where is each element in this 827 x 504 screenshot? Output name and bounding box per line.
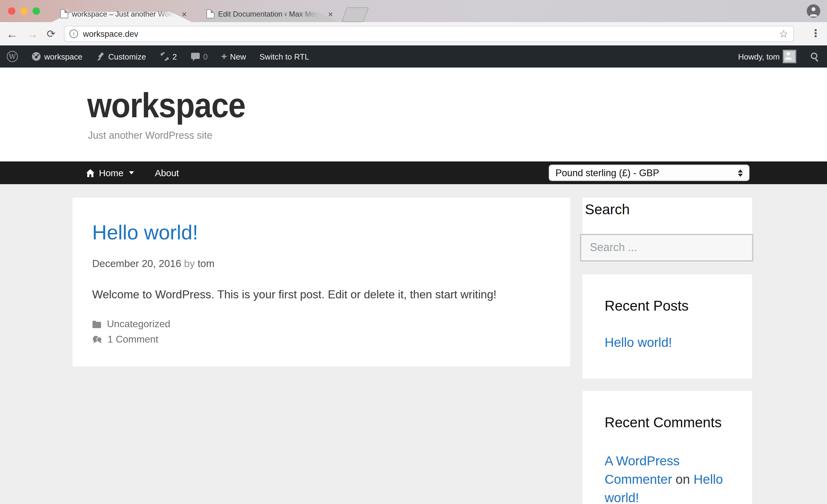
site-info-icon[interactable]: i [69,30,78,38]
site-tagline: Just another WordPress site [88,129,212,142]
tab-title: Edit Documentation ‹ Max Mega [218,9,325,18]
admin-bar-updates[interactable]: 2 [153,45,183,67]
admin-bar-new[interactable]: + New [214,45,253,67]
rtl-label: Switch to RTL [259,52,309,61]
search-widget: Search [582,198,752,262]
minimize-window-button[interactable] [20,7,28,15]
chevron-down-icon [129,171,134,174]
tab-title: workspace – Just another Word [72,9,178,18]
site-title[interactable]: workspace [87,85,245,125]
byline-prefix: by [184,258,195,269]
site-name-label: workspace [44,52,82,61]
browser-window: workspace – Just another Word × Edit Doc… [0,0,827,504]
tab-close-icon[interactable]: × [182,9,187,18]
admin-bar-comments[interactable]: 0 [184,45,214,67]
back-button[interactable]: ← [6,28,18,40]
search-icon [810,51,820,62]
wp-admin-bar: W workspace Customize 2 [0,45,827,67]
commenter-link[interactable]: A WordPress Commenter [604,454,680,486]
site-header: workspace Just another WordPress site [0,67,827,161]
admin-bar-search[interactable] [803,45,827,67]
comments-bubble-icon [190,52,200,61]
home-icon [86,169,95,177]
new-tab-button[interactable] [341,7,369,22]
reload-button[interactable]: ⟳ [47,29,56,39]
comments-bubbles-icon [92,335,102,344]
post-card: Hello world! December 20, 2016 by tom We… [72,198,570,367]
currency-selected-value: Pound sterling (£) - GBP [555,167,659,178]
customize-brush-icon [96,52,105,61]
customize-label: Customize [108,52,146,61]
admin-bar-switch-rtl[interactable]: Switch to RTL [253,45,316,67]
url-text[interactable]: workspace.dev [83,29,779,38]
address-bar[interactable]: i workspace.dev ☆ [64,26,794,42]
browser-menu-icon[interactable]: ⋮ [811,27,821,40]
recent-post-link[interactable]: Hello world! [604,335,672,350]
admin-bar-site-name[interactable]: workspace [25,45,89,67]
updates-icon [159,52,169,61]
comments-row: 1 Comment [92,334,550,345]
folder-icon [92,320,101,328]
browser-profile-avatar[interactable] [807,4,820,18]
page-favicon-icon [206,9,214,18]
recent-comment-item: A WordPress Commenter on Hello world! [604,452,740,504]
select-spinner-icon [738,169,743,176]
post-author-link[interactable]: tom [198,258,214,269]
about-label: About [155,168,179,178]
comments-link[interactable]: 1 Comment [107,334,158,345]
post-title-link[interactable]: Hello world! [92,221,550,244]
post-meta: Uncategorized 1 Comment [92,319,550,345]
comment-separator: on [676,472,690,486]
comment-count: 0 [203,52,208,61]
post-byline: December 20, 2016 by tom [92,258,550,270]
recent-comments-widget: Recent Comments A WordPress Commenter on… [582,391,752,504]
nav-item-home[interactable]: Home [86,168,134,178]
admin-bar-my-account[interactable]: Howdy, tom [731,45,803,67]
recent-posts-widget: Recent Posts Hello world! [582,274,752,379]
browser-toolbar: ← → ⟳ i workspace.dev ☆ ⋮ [0,22,827,46]
dashboard-gauge-icon [31,52,41,61]
new-label: New [230,52,246,61]
close-window-button[interactable] [8,7,15,15]
nav-item-about[interactable]: About [155,168,179,178]
search-input[interactable] [580,234,753,262]
howdy-label: Howdy, tom [738,52,780,61]
recent-posts-title: Recent Posts [604,298,740,314]
page-favicon-icon [60,9,68,18]
admin-bar-customize[interactable]: Customize [89,45,153,67]
recent-comments-title: Recent Comments [604,414,740,431]
category-link[interactable]: Uncategorized [107,319,170,330]
person-icon [809,6,818,16]
tab-close-icon[interactable]: × [328,9,333,18]
post-date: December 20, 2016 [92,258,181,269]
search-widget-title: Search [585,201,752,218]
tab-workspace[interactable]: workspace – Just another Word × [52,5,192,22]
site-navigation: Home About Pound sterling (£) - GBP [0,161,827,184]
wordpress-logo-icon: W [7,51,18,62]
currency-select[interactable]: Pound sterling (£) - GBP [549,165,749,181]
wp-logo-menu[interactable]: W [0,45,25,67]
zoom-window-button[interactable] [33,7,40,15]
plus-icon: + [221,52,227,61]
category-row: Uncategorized [92,319,550,330]
update-count: 2 [172,52,177,61]
home-label: Home [99,168,124,178]
tab-strip: workspace – Just another Word × Edit Doc… [0,0,827,22]
user-avatar [783,50,796,63]
forward-button[interactable]: → [27,28,38,40]
bookmark-star-icon[interactable]: ☆ [779,27,789,40]
tab-edit-documentation[interactable]: Edit Documentation ‹ Max Mega × [198,5,338,22]
post-excerpt: Welcome to WordPress. This is your first… [92,288,550,301]
